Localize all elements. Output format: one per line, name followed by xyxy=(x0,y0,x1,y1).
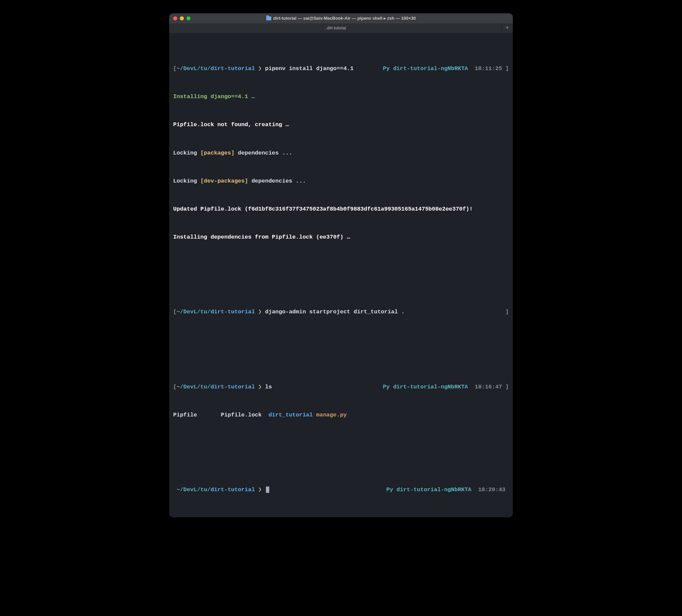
output-line: Installing django==4.1 … xyxy=(173,92,509,101)
command-text: pipenv install django==4.1 xyxy=(265,65,354,72)
py-label: Py xyxy=(383,384,393,390)
blank-line xyxy=(173,438,509,448)
prompt-line-2: [~/DevL/tu/dirt-tutorial ❯ django-admin … xyxy=(173,307,509,317)
bracket: ] xyxy=(505,384,509,390)
path-segment: ~/DevL/tu/ xyxy=(177,486,210,493)
bracket: ] xyxy=(505,309,509,315)
path-cwd: dirt-tutorial xyxy=(210,65,255,72)
path-segment: ~/DevL/tu/ xyxy=(177,309,210,315)
bracket: [ xyxy=(173,384,177,390)
timestamp: 18:20:43 xyxy=(478,486,505,493)
new-tab-button[interactable]: + xyxy=(501,23,513,33)
blank-line xyxy=(173,336,509,345)
minimize-button[interactable] xyxy=(180,16,184,20)
close-button[interactable] xyxy=(173,16,177,20)
blank-line xyxy=(173,260,509,270)
tabbar: ..dirt-tutorial + xyxy=(169,23,513,33)
path-segment: ~/DevL/tu/ xyxy=(177,65,210,72)
ls-dir: dirt_tutorial xyxy=(269,412,313,418)
venv-name: dirt-tutorial-ngNbRKTA xyxy=(393,65,468,72)
prompt-symbol: ❯ xyxy=(255,486,265,493)
py-label: Py xyxy=(386,486,397,493)
prompt-symbol: ❯ xyxy=(255,384,265,390)
prompt-line-4[interactable]: ~/DevL/tu/dirt-tutorial ❯ Py dirt-tutori… xyxy=(173,485,509,495)
bracket: [ xyxy=(173,65,177,72)
prompt-line-1: [~/DevL/tu/dirt-tutorial ❯ pipenv instal… xyxy=(173,64,509,73)
title-rest: — sai@Sais-MacBook-Air — pipenv shell ▸ … xyxy=(296,16,415,21)
output-line: Locking [dev-packages] dependencies ... xyxy=(173,177,509,186)
command-text: django-admin startproject dirt_tutorial … xyxy=(265,309,405,315)
prompt-symbol: ❯ xyxy=(255,309,265,315)
terminal-window: dirt-tutorial — sai@Sais-MacBook-Air — p… xyxy=(169,13,513,517)
title-folder: dirt-tutorial xyxy=(273,16,296,21)
venv-name: dirt-tutorial-ngNbRKTA xyxy=(393,384,468,390)
path-cwd: dirt-tutorial xyxy=(210,309,255,315)
cursor xyxy=(266,486,269,493)
path-cwd: dirt-tutorial xyxy=(210,384,255,390)
command-text: ls xyxy=(265,384,272,390)
folder-icon xyxy=(266,16,271,20)
output-line: Pipfile.lock not found, creating … xyxy=(173,120,509,130)
ls-exec: manage.py xyxy=(316,412,347,418)
titlebar[interactable]: dirt-tutorial — sai@Sais-MacBook-Air — p… xyxy=(169,13,513,23)
fullscreen-button[interactable] xyxy=(186,16,190,20)
bracket: [ xyxy=(173,309,177,315)
output-line: Pipfile Pipfile.lock dirt_tutorial manag… xyxy=(173,410,509,420)
venv-name: dirt-tutorial-ngNbRKTA xyxy=(396,486,471,493)
timestamp: 18:11:25 xyxy=(475,65,502,72)
tab-dirt-tutorial[interactable]: ..dirt-tutorial xyxy=(169,23,501,33)
output-line: Updated Pipfile.lock (f6d1bf8c316f37f347… xyxy=(173,205,509,214)
path-segment: ~/DevL/tu/ xyxy=(177,384,210,390)
timestamp: 18:16:47 xyxy=(475,384,502,390)
path-cwd: dirt-tutorial xyxy=(210,486,255,493)
prompt-symbol: ❯ xyxy=(255,65,265,72)
py-label: Py xyxy=(383,65,393,72)
traffic-lights xyxy=(173,16,190,20)
window-title: dirt-tutorial — sai@Sais-MacBook-Air — p… xyxy=(169,15,513,22)
output-line: Locking [packages] dependencies ... xyxy=(173,149,509,158)
prompt-line-3: [~/DevL/tu/dirt-tutorial ❯ ls Py dirt-tu… xyxy=(173,382,509,392)
terminal-body[interactable]: [~/DevL/tu/dirt-tutorial ❯ pipenv instal… xyxy=(169,33,513,517)
output-line: Installing dependencies from Pipfile.loc… xyxy=(173,233,509,242)
bracket: ] xyxy=(505,65,509,72)
